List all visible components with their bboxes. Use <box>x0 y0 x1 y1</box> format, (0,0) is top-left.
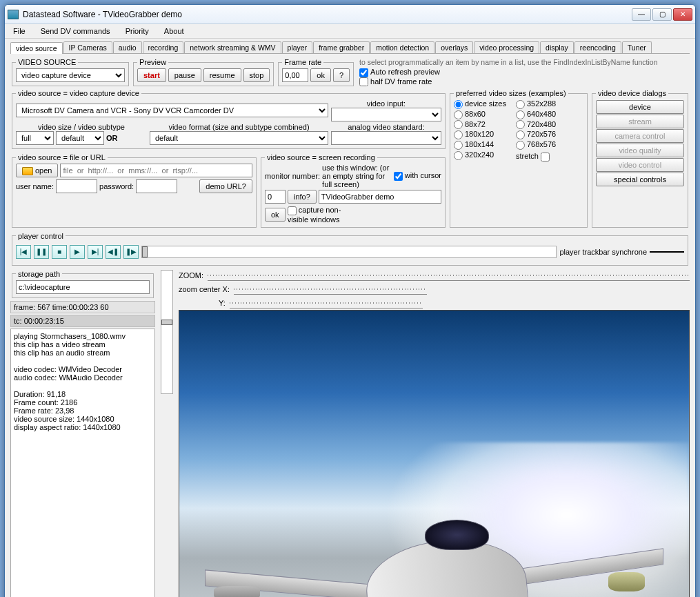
tab-processing[interactable]: video processing <box>474 41 539 53</box>
special-button[interactable]: special controls <box>596 173 684 186</box>
videoinput-select[interactable] <box>331 108 441 121</box>
skip-end-icon[interactable]: ▶| <box>88 245 103 259</box>
video-source-group: VIDEO SOURCE video capture device <box>12 58 129 86</box>
nonvisible-check[interactable]: capture non-visible windows <box>288 206 357 224</box>
hint-text: to select programmatically an item by na… <box>359 58 687 66</box>
vertical-slider[interactable] <box>161 270 173 394</box>
tab-video-source[interactable]: video source <box>10 42 63 54</box>
screen-ok-button[interactable]: ok <box>265 208 286 222</box>
maximize-button[interactable]: ▢ <box>652 8 672 21</box>
zoom-label: ZOOM: <box>179 271 203 280</box>
size-opt[interactable]: 88x72 <box>454 120 506 130</box>
rewind-start-icon[interactable]: |◀ <box>16 245 31 259</box>
subtype-select[interactable]: default <box>56 131 104 145</box>
device-select[interactable]: Microsoft DV Camera and VCR - Sony DV VC… <box>16 104 328 117</box>
video-source-legend: VIDEO SOURCE <box>16 58 78 66</box>
preview-legend: Preview <box>137 58 168 66</box>
menu-priority[interactable]: Priority <box>123 26 152 37</box>
monitor-input[interactable] <box>265 190 286 204</box>
analog-select[interactable] <box>331 131 441 145</box>
size-opt[interactable]: device sizes <box>454 99 506 109</box>
window-name-input[interactable] <box>319 190 441 204</box>
preview-group: Preview start pause resume stop <box>133 58 274 86</box>
password-input[interactable] <box>136 179 177 193</box>
tab-recording[interactable]: recording <box>143 41 184 53</box>
player-trackbar[interactable] <box>141 246 557 258</box>
framerate-group: Frame rate ok ? <box>278 58 354 86</box>
framerate-legend: Frame rate <box>282 58 323 66</box>
tab-player[interactable]: player <box>282 41 313 53</box>
monitor-label: monitor number: <box>265 172 320 180</box>
size-opt[interactable]: 768x576 <box>516 140 556 150</box>
withcursor-check[interactable]: with cursor <box>394 171 441 181</box>
size-opt[interactable]: 180x144 <box>454 140 506 150</box>
control-button[interactable]: video control <box>596 158 684 172</box>
size-opt[interactable]: 180x120 <box>454 130 506 139</box>
frame-fwd-icon[interactable]: ❚▶ <box>123 245 139 259</box>
tab-display[interactable]: display <box>540 41 574 53</box>
titlebar[interactable]: Datastead Software - TVideoGrabber demo … <box>5 5 695 24</box>
size-opt[interactable]: 88x60 <box>454 110 506 119</box>
tab-network[interactable]: network streaming & WMV <box>184 41 281 53</box>
open-button[interactable]: open <box>16 164 58 177</box>
resume-button[interactable]: resume <box>203 68 241 82</box>
pause-button[interactable]: pause <box>168 68 201 82</box>
demourl-button[interactable]: demo URL? <box>199 179 252 193</box>
format-select[interactable]: default <box>150 131 328 145</box>
size-select[interactable]: full <box>16 131 54 145</box>
device-button[interactable]: device <box>596 100 684 114</box>
autorefresh-check[interactable]: Auto refresh preview <box>359 68 440 77</box>
close-button[interactable]: ✕ <box>673 8 692 21</box>
size-opt[interactable]: 720x576 <box>516 130 556 139</box>
video-source-select[interactable]: video capture device <box>16 68 125 82</box>
username-label: user name: <box>16 182 54 190</box>
quality-button[interactable]: video quality <box>596 144 684 157</box>
fileurl-group: video source = file or URL open user nam… <box>12 153 257 228</box>
tab-overlays[interactable]: overlays <box>435 41 473 53</box>
tc-status: tc: 00:00:23:15 <box>10 315 155 327</box>
url-input[interactable] <box>60 164 252 177</box>
size-opt[interactable]: 720x480 <box>516 120 556 130</box>
menubar: File Send DV commands Priority About <box>5 24 695 39</box>
frame-back-icon[interactable]: ◀❚ <box>106 245 121 259</box>
info-button[interactable]: info? <box>288 190 317 204</box>
tab-ip-cameras[interactable]: IP Cameras <box>63 41 112 53</box>
tab-reencoding[interactable]: reencoding <box>574 41 621 53</box>
username-input[interactable] <box>56 179 97 193</box>
halfdv-check[interactable]: half DV frame rate <box>359 77 432 87</box>
framerate-ok[interactable]: ok <box>310 68 331 82</box>
start-button[interactable]: start <box>137 68 166 82</box>
framerate-input[interactable] <box>282 68 308 82</box>
player-legend: player control <box>16 232 66 240</box>
menu-file[interactable]: File <box>10 26 28 37</box>
storage-input[interactable] <box>16 280 150 294</box>
folder-icon <box>22 167 33 175</box>
zoom-y-track[interactable] <box>230 297 423 309</box>
stretch-check[interactable]: stretch <box>516 152 556 162</box>
tab-tuner[interactable]: Tuner <box>622 41 652 53</box>
size-opt[interactable]: 640x480 <box>516 110 556 119</box>
password-label: password: <box>99 182 134 190</box>
minimize-button[interactable]: — <box>632 8 651 21</box>
framerate-help[interactable]: ? <box>333 68 350 82</box>
size-label: video size / video subtype <box>16 123 147 131</box>
menu-about[interactable]: About <box>161 26 187 37</box>
stop-icon[interactable]: ■ <box>52 245 67 259</box>
zoom-track[interactable] <box>208 270 690 281</box>
tab-frame-grabber[interactable]: frame grabber <box>313 41 370 53</box>
stop-button[interactable]: stop <box>243 68 270 82</box>
tab-audio[interactable]: audio <box>113 41 142 53</box>
main-window: Datastead Software - TVideoGrabber demo … <box>4 4 696 597</box>
size-opt[interactable]: 352x288 <box>516 99 556 109</box>
menu-senddv[interactable]: Send DV commands <box>38 26 113 37</box>
play-icon[interactable]: ▶ <box>70 245 85 259</box>
pause-icon[interactable]: ❚❚ <box>34 245 49 259</box>
preferred-group: preferred video sizes (examples) device … <box>450 89 588 228</box>
tab-motion[interactable]: motion detection <box>370 41 434 53</box>
sync-label: player trackbar synchrone <box>559 248 647 256</box>
zoom-cy-label: Y: <box>219 299 226 307</box>
size-opt[interactable]: 320x240 <box>454 150 506 160</box>
stream-button[interactable]: stream <box>596 115 684 128</box>
camera-button[interactable]: camera control <box>596 129 684 143</box>
zoom-x-track[interactable] <box>234 284 427 295</box>
